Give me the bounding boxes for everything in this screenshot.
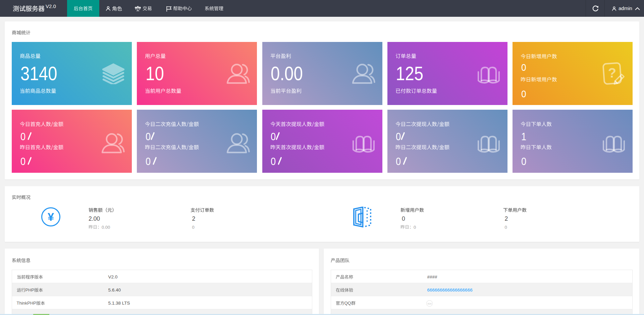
svg-text:?: ? xyxy=(608,65,616,80)
